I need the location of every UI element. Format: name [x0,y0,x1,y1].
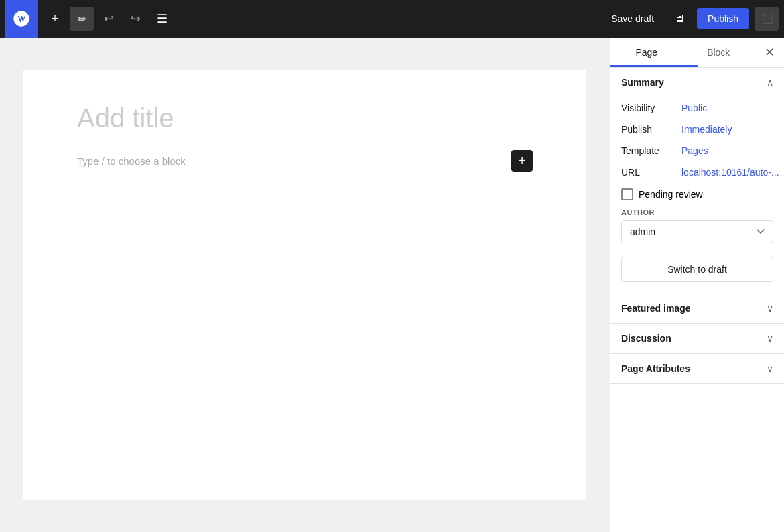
discussion-section: Discussion ∨ [610,324,784,354]
settings-button[interactable]: ⬛ [755,7,779,31]
summary-title: Summary [621,77,664,88]
save-draft-button[interactable]: Save draft [603,9,662,28]
discussion-header[interactable]: Discussion ∨ [610,324,784,353]
redo-button[interactable]: ↪ [123,7,147,31]
author-section: AUTHOR admin [621,203,773,249]
featured-image-header[interactable]: Featured image ∨ [610,293,784,323]
pending-review-checkbox[interactable] [621,188,633,200]
discussion-chevron-icon: ∨ [767,333,773,344]
sidebar-content: Summary ∧ Visibility Public Publish Imme… [610,68,784,532]
tab-block[interactable]: Block [683,38,755,67]
publish-button[interactable]: Publish [697,8,749,29]
page-attributes-title: Page Attributes [621,363,690,374]
author-label: AUTHOR [621,208,773,216]
author-select[interactable]: admin [621,220,773,243]
add-block-button[interactable]: + [43,7,67,31]
main-area: Add title Type / to choose a block + Pag… [0,38,784,532]
toolbar-right: Save draft 🖥 Publish ⬛ [603,7,779,31]
summary-body: Visibility Public Publish Immediately Te… [610,97,784,293]
block-placeholder: Type / to choose a block + [77,150,533,172]
visibility-value[interactable]: Public [681,103,707,113]
sidebar-tabs: Page Block ✕ [610,38,784,68]
publish-row: Publish Immediately [621,119,773,140]
undo-button[interactable]: ↩ [96,7,121,31]
add-block-inline-button[interactable]: + [511,150,533,172]
featured-image-section: Featured image ∨ [610,293,784,324]
list-view-button[interactable]: ☰ [150,7,174,31]
url-label: URL [621,167,681,178]
editor-area: Add title Type / to choose a block + [0,38,610,532]
visibility-label: Visibility [621,103,681,113]
publish-value[interactable]: Immediately [681,124,732,135]
tab-page[interactable]: Page [610,38,683,67]
editor-canvas: Add title Type / to choose a block + [23,70,586,500]
block-placeholder-text: Type / to choose a block [77,155,186,167]
discussion-title: Discussion [621,333,671,344]
page-attributes-header[interactable]: Page Attributes ∨ [610,354,784,383]
pending-review-row: Pending review [621,183,773,203]
template-row: Template Pages [621,140,773,161]
preview-button[interactable]: 🖥 [667,7,692,31]
page-attributes-chevron-icon: ∨ [767,363,773,374]
featured-image-chevron-icon: ∨ [767,303,773,314]
summary-section: Summary ∧ Visibility Public Publish Imme… [610,68,784,293]
template-label: Template [621,145,681,156]
summary-header[interactable]: Summary ∧ [610,68,784,97]
wp-logo[interactable] [5,0,38,38]
publish-label: Publish [621,124,681,135]
pending-review-label: Pending review [639,189,703,200]
close-sidebar-button[interactable]: ✕ [757,40,781,64]
page-attributes-section: Page Attributes ∨ [610,354,784,384]
url-row: URL localhost:10161/auto-... [621,161,773,183]
switch-to-draft-button[interactable]: Switch to draft [621,257,773,282]
summary-chevron-icon: ∧ [767,77,773,88]
url-value[interactable]: localhost:10161/auto-... [681,167,779,178]
visibility-row: Visibility Public [621,97,773,119]
tools-button[interactable]: ✏ [70,7,94,31]
featured-image-title: Featured image [621,303,690,314]
toolbar: + ✏ ↩ ↪ ☰ Save draft 🖥 Publish ⬛ [0,0,784,38]
title-input[interactable]: Add title [77,102,533,134]
sidebar: Page Block ✕ Summary ∧ Visibility Public… [610,38,784,532]
template-value[interactable]: Pages [681,145,708,156]
